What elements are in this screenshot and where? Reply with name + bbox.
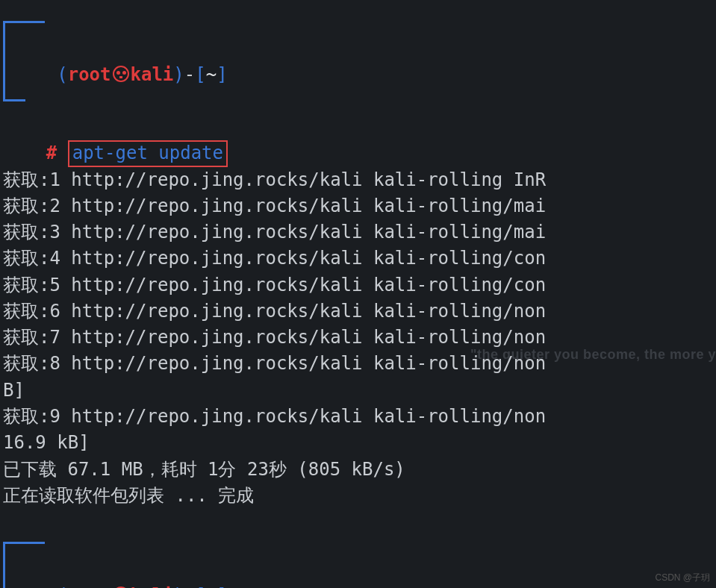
prompt-host: kali [131, 64, 174, 85]
bracket-close: ] [217, 585, 227, 588]
prompt-user: root [68, 64, 111, 85]
prompt1-line1: ┌──(rootkali)-[~] [0, 9, 716, 88]
output-line: 16.9 kB] [0, 430, 716, 456]
output-line: 获取:9 http://repo.jing.rocks/kali kali-ro… [0, 404, 716, 430]
paren-close: ) [173, 585, 184, 588]
output-line: 已下载 67.1 MB，耗时 1分 23秒 (805 kB/s) [0, 457, 716, 483]
prompt1-line2: └─# apt-get update [0, 88, 716, 167]
bracket-open: [ [195, 64, 205, 85]
output-line: 获取:3 http://repo.jing.rocks/kali kali-ro… [0, 219, 716, 245]
bracket-close: ] [217, 64, 227, 85]
prompt-host: kali [131, 585, 174, 588]
dash: - [184, 64, 195, 85]
paren-open: ( [57, 585, 67, 588]
output-line: 获取:4 http://repo.jing.rocks/kali kali-ro… [0, 245, 716, 272]
paren-close: ) [173, 64, 184, 85]
output-line: 获取:5 http://repo.jing.rocks/kali kali-ro… [0, 272, 716, 298]
command-1[interactable]: apt-get update [72, 143, 223, 163]
skull-icon [113, 66, 129, 82]
output-line: 获取:8 http://repo.jing.rocks/kali kali-ro… [0, 351, 716, 377]
prompt-hash: # [46, 143, 57, 163]
prompt-path: ~ [206, 585, 217, 588]
command-1-box: apt-get update [68, 140, 228, 166]
prompt-path: ~ [206, 64, 217, 85]
paren-open: ( [57, 64, 67, 85]
output-line: 正在读取软件包列表 ... 完成 [0, 483, 716, 509]
dash: - [184, 585, 195, 588]
output-line: 获取:6 http://repo.jing.rocks/kali kali-ro… [0, 298, 716, 325]
prompt2-line1: ┌──(rootkali)-[~] [0, 530, 716, 588]
output-line: 获取:1 http://repo.jing.rocks/kali kali-ro… [0, 167, 716, 193]
bracket-open: [ [195, 585, 205, 588]
output-line: 获取:7 http://repo.jing.rocks/kali kali-ro… [0, 325, 716, 351]
output-line: B] [0, 378, 716, 404]
prompt-user: root [68, 585, 111, 588]
output-line: 获取:2 http://repo.jing.rocks/kali kali-ro… [0, 193, 716, 219]
csdn-watermark: CSDN @子玥 [655, 572, 710, 585]
